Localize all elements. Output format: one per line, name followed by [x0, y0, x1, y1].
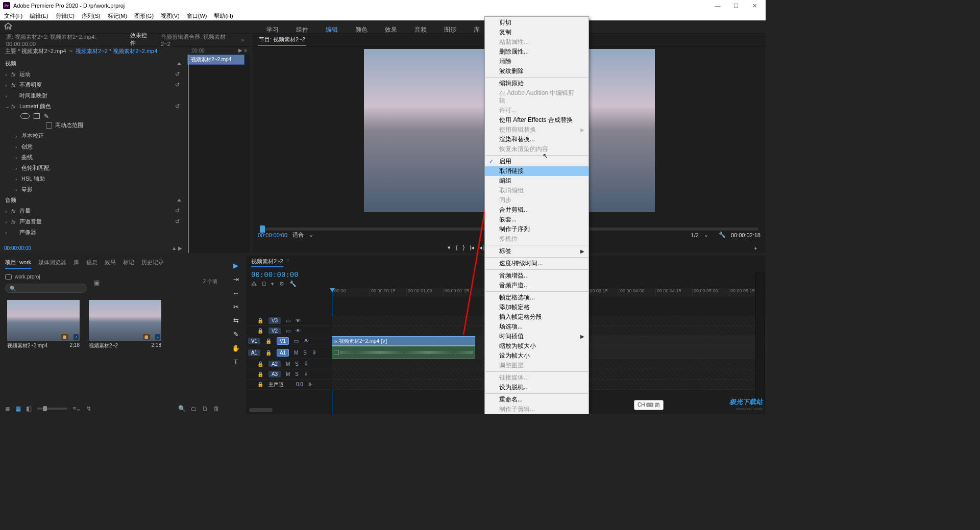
- sort-icon[interactable]: ≡⌄: [72, 405, 81, 412]
- fx-channel-volume[interactable]: ›fx声道音量↺: [0, 216, 186, 227]
- tabs-overflow[interactable]: »: [240, 35, 245, 44]
- menu-sequence[interactable]: 序列(S): [82, 12, 101, 20]
- ctx-nest[interactable]: 嵌套...: [485, 215, 589, 224]
- track-v2[interactable]: 🔒V2▭👁: [246, 326, 331, 336]
- ime-indicator[interactable]: CH ⌨ 简: [634, 400, 664, 410]
- ctx-timeinterp[interactable]: 时间插值▶: [485, 332, 589, 341]
- tab-menu-icon[interactable]: ≡: [286, 258, 289, 267]
- ctx-render-replace[interactable]: 渲染和替换...: [485, 135, 589, 144]
- tab-history[interactable]: 历史记录: [141, 259, 164, 269]
- reset-icon[interactable]: ↺: [173, 103, 181, 110]
- audio-clip[interactable]: [332, 346, 475, 359]
- scrubber-playhead[interactable]: [260, 225, 265, 233]
- ctx-label[interactable]: 标签▶: [485, 246, 589, 256]
- goto-in-icon[interactable]: |◂: [470, 244, 474, 251]
- program-resolution[interactable]: 1/2: [691, 232, 699, 238]
- video-clip[interactable]: fx 视频素材2~2.mp4 [V]: [332, 336, 475, 346]
- ctx-unlink[interactable]: 取消链接: [485, 166, 589, 176]
- menu-graphics[interactable]: 图形(G): [134, 12, 154, 20]
- expand-up-icon[interactable]: [177, 199, 181, 201]
- clip-item-2[interactable]: ▦ ♪ 视频素材2~22;18: [89, 300, 161, 349]
- menu-bar[interactable]: 文件(F) 编辑(E) 剪辑(C) 序列(S) 标记(M) 图形(G) 视图(V…: [0, 11, 766, 20]
- lumetri-wheels[interactable]: ›色轮和匹配: [0, 163, 186, 173]
- effect-mini-timeline[interactable]: ▶ ≡ :00:00 视频素材2~2.mp4: [187, 46, 250, 253]
- ctx-setframe[interactable]: 设为帧大小: [485, 351, 589, 361]
- eff-zoom-bar[interactable]: ▲ ▶: [172, 245, 182, 251]
- ctx-del-attr[interactable]: 删除属性...: [485, 47, 589, 57]
- razor-tool-icon[interactable]: ✂: [231, 302, 240, 311]
- maximize-button[interactable]: ☐: [732, 3, 740, 9]
- fx-lumetri[interactable]: ⌄fxLumetri 颜色↺: [0, 101, 186, 112]
- ctx-addhold[interactable]: 添加帧定格: [485, 302, 589, 312]
- reset-icon[interactable]: ↺: [173, 208, 181, 214]
- ellipse-mask-icon[interactable]: [20, 113, 30, 119]
- ctx-speed[interactable]: 速度/持续时间...: [485, 259, 589, 268]
- menu-window[interactable]: 窗口(W): [187, 12, 207, 20]
- tab-markers[interactable]: 标记: [123, 259, 134, 269]
- track-v1[interactable]: V1🔒V1▭👁: [246, 336, 331, 346]
- tab-source[interactable]: 源: 视频素材2~2: 视频素材2~2.mp4: 00:00:00:00: [5, 32, 122, 48]
- lumetri-vignette[interactable]: ›晕影: [0, 184, 186, 195]
- slip-tool-icon[interactable]: ⇆: [231, 316, 240, 325]
- ctx-enable[interactable]: ✓启用: [485, 157, 589, 166]
- solo-btn[interactable]: S: [295, 361, 299, 367]
- clip-thumb[interactable]: ▦ ♪: [7, 300, 80, 341]
- program-fit-menu[interactable]: 适合: [292, 231, 304, 239]
- ctx-gain[interactable]: 音频增益...: [485, 271, 589, 281]
- program-time[interactable]: 00:00:00:00: [258, 232, 287, 238]
- tab-audio-mixer[interactable]: 音频剪辑混合器: 视频素材2~2: [160, 32, 233, 48]
- tab-sequence[interactable]: 视频素材2~2: [251, 258, 283, 267]
- menu-clip[interactable]: 剪辑(C): [56, 12, 75, 20]
- fx-opacity[interactable]: ›fx不透明度↺: [0, 80, 186, 90]
- tab-program[interactable]: 节目: 视频素材2~2: [258, 34, 306, 46]
- find-icon[interactable]: 🔍: [178, 405, 186, 412]
- mute-btn[interactable]: M: [286, 371, 290, 377]
- track-a1[interactable]: A1🔒A1MS🎙: [246, 346, 331, 359]
- fit-chevron-icon[interactable]: ⌄: [309, 232, 313, 238]
- snap-icon[interactable]: ⁂: [251, 281, 257, 287]
- tab-effects[interactable]: 效果: [105, 259, 116, 269]
- ripple-tool-icon[interactable]: ↔: [231, 288, 240, 297]
- ctx-clear[interactable]: 清除: [485, 57, 589, 66]
- eff-playhead[interactable]: [188, 55, 189, 253]
- ctx-subsequence[interactable]: 制作子序列: [485, 224, 589, 234]
- type-tool-icon[interactable]: T: [231, 357, 240, 366]
- mute-btn[interactable]: M: [286, 361, 290, 367]
- lumetri-creative[interactable]: ›创意: [0, 141, 186, 152]
- pen-mask-icon[interactable]: ✎: [44, 113, 50, 119]
- clip-thumb[interactable]: ▦ ♪: [89, 300, 161, 341]
- solo-btn[interactable]: S: [295, 371, 299, 377]
- ctx-copy[interactable]: 复制: [485, 28, 589, 37]
- breadcrumb-name[interactable]: work.prproj: [15, 274, 40, 280]
- zoom-slider[interactable]: [37, 408, 67, 410]
- ctx-fieldopt[interactable]: 场选项...: [485, 322, 589, 332]
- menu-view[interactable]: 视图(V): [161, 12, 180, 20]
- ctx-group[interactable]: 编组: [485, 176, 589, 186]
- track-master[interactable]: 🔒主声道0.0⊪: [246, 380, 331, 390]
- tab-project[interactable]: 项目: work: [5, 259, 31, 269]
- ctx-cut[interactable]: 剪切: [485, 18, 589, 28]
- home-icon[interactable]: [4, 22, 12, 31]
- new-item-icon[interactable]: 🗋: [202, 405, 208, 412]
- ctx-afterfx[interactable]: 使用 After Effects 合成替换: [485, 115, 589, 125]
- clip-item-1[interactable]: ▦ ♪ 视频素材2~2.mp42;18: [7, 300, 80, 349]
- track-v3[interactable]: 🔒V3▭👁: [246, 316, 331, 326]
- minimize-button[interactable]: —: [714, 3, 722, 9]
- eff-clip-block[interactable]: 视频素材2~2.mp4: [187, 55, 244, 65]
- ctx-insertseg[interactable]: 插入帧定格分段: [485, 312, 589, 322]
- fx-volume[interactable]: ›fx音量↺: [0, 206, 186, 216]
- lumetri-hdr[interactable]: 高动态范围: [0, 120, 186, 131]
- ctx-channel[interactable]: 音频声道...: [485, 281, 589, 290]
- ctx-offline[interactable]: 设为脱机...: [485, 383, 589, 392]
- pen-tool-icon[interactable]: ✎: [231, 330, 240, 339]
- selection-tool-icon[interactable]: ▶: [231, 261, 240, 270]
- clip-context-menu[interactable]: 剪切 复制 粘贴属性... 删除属性... 清除 波纹删除 编辑原始 在 Ado…: [484, 16, 589, 414]
- rect-mask-icon[interactable]: [34, 113, 40, 119]
- lumetri-basic[interactable]: ›基本校正: [0, 131, 186, 141]
- ctx-ripple-delete[interactable]: 波纹删除: [485, 66, 589, 76]
- ctx-framehold[interactable]: 帧定格选项...: [485, 293, 589, 302]
- tab-info[interactable]: 信息: [86, 259, 97, 269]
- reset-icon[interactable]: ↺: [173, 71, 181, 78]
- tab-libraries[interactable]: 库: [74, 259, 79, 269]
- eff-tl-menu[interactable]: ▶ ≡: [238, 47, 247, 53]
